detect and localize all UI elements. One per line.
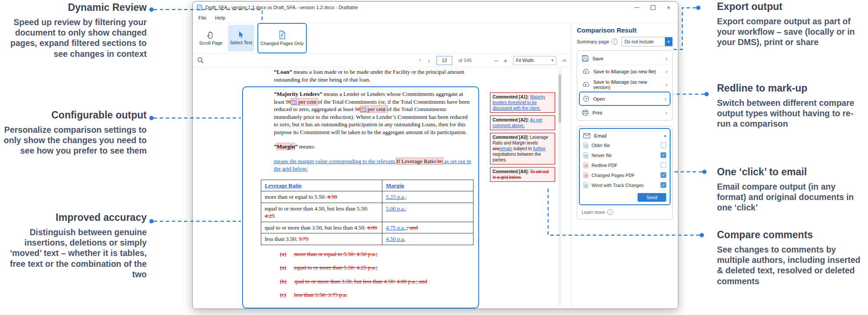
page-number-input[interactable] <box>437 56 452 65</box>
checkbox[interactable] <box>661 152 666 158</box>
paragraph-loan: “Loan” means a loan made or to be made u… <box>274 68 472 83</box>
select-text-label: Select Text <box>230 40 252 46</box>
paragraph-means: means the margin value corresponding to … <box>274 158 472 173</box>
checkbox[interactable] <box>661 182 666 188</box>
table-row: qual to or more than 3.50, but less than… <box>261 222 473 233</box>
annotation-body: Export compare output as part of your wo… <box>717 16 865 48</box>
page-canvas: Dynamic Review Speed up review by filter… <box>0 0 868 315</box>
chevron-right-icon: › <box>665 68 667 75</box>
previous-change-icon[interactable]: ↑ <box>418 57 421 64</box>
page-total-label: of 145 <box>458 58 472 63</box>
file-icon <box>583 142 589 148</box>
checkbox[interactable] <box>661 162 666 168</box>
comment-a3[interactable]: Commented [A3]: Leverage Ratio and Margi… <box>490 133 555 164</box>
info-icon: i <box>607 209 613 215</box>
checkbox[interactable] <box>661 142 666 148</box>
zoom-out-button[interactable]: − <box>494 57 498 64</box>
annotation-configurable-output: Configurable output Personalize comparis… <box>3 109 147 156</box>
app-window: Draft_SFA - version 1.1.docx vs Draft_SF… <box>192 1 678 309</box>
annotation-title: Compare comments <box>717 229 865 241</box>
save-imanage-new-version-button[interactable]: Save to iManage (as new version) › <box>579 78 671 91</box>
annotation-title: One ‘click’ to email <box>717 166 865 178</box>
zoom-in-button[interactable]: + <box>503 57 507 64</box>
deleted-list: (a) more than or equal to 5.50: 4.50 p.a… <box>274 250 472 299</box>
panel-title: Comparison Result <box>577 26 673 34</box>
next-change-icon[interactable]: ↓ <box>427 57 431 64</box>
window-controls: × <box>635 5 674 10</box>
changed-pages-only-label: Changed Pages Only <box>260 41 304 46</box>
pdf-file-icon <box>583 172 589 178</box>
document-column: Scroll Page Select Text Changed Pages On… <box>193 23 572 309</box>
scroll-page-label: Scroll Page <box>199 41 223 46</box>
email-header[interactable]: Email ▾ <box>583 131 666 140</box>
summary-page-label: Summary page <box>577 39 609 44</box>
printer-icon <box>582 110 589 116</box>
annotation-redline-to-markup: Redline to mark-up Switch between differ… <box>717 82 865 129</box>
send-button[interactable]: Send <box>638 193 666 202</box>
document-viewport[interactable]: “Loan” means a loan made or to be made u… <box>193 67 571 309</box>
annotation-improved-accuracy: Improved accuracy Distinguish between ge… <box>3 212 147 279</box>
changed-pages-only-button[interactable]: Changed Pages Only <box>257 23 307 53</box>
save-button[interactable]: Save › <box>579 52 671 65</box>
email-item-older-file[interactable]: Older file <box>583 140 666 150</box>
summary-page-value: Do not include <box>625 39 654 44</box>
chevron-right-icon: › <box>665 55 667 62</box>
deleted-line: (a) more than or equal to 5.50: 4.50 p.a… <box>274 250 472 258</box>
window-title: Draft_SFA - version 1.1.docx vs Draft_SF… <box>205 5 358 10</box>
table-row: more than or equal to 5.50: 4.50 5.25 p.… <box>261 191 473 203</box>
paragraph-majority: “Majority Lenders” means a Lender or Len… <box>274 90 472 136</box>
comment-a1[interactable]: Commented [A1]: Majority lenders thresho… <box>490 92 555 113</box>
email-label: Email <box>594 133 607 138</box>
main-toolbar: Scroll Page Select Text Changed Pages On… <box>193 23 571 53</box>
annotation-body: Email compare output (in any format) and… <box>717 181 865 213</box>
annotation-body: See changes to comments by multiple auth… <box>717 244 865 286</box>
email-item-changed-pages-pdf[interactable]: Changed Pages PDF <box>583 170 666 180</box>
chevron-down-icon: ▾ <box>665 37 672 46</box>
save-icon <box>582 55 589 62</box>
minimize-button[interactable] <box>635 7 639 8</box>
save-imanage-new-file-button[interactable]: Save to iManage (as new file) › <box>579 65 671 78</box>
comment-a4[interactable]: Commented [A4]: To set out in a grid bel… <box>490 167 555 182</box>
chevron-down-icon: ▾ <box>551 58 553 62</box>
scrollbar-thumb[interactable] <box>559 74 561 123</box>
deleted-line: (c) less than 3.50: 3.75 p.a. <box>274 291 472 299</box>
menu-file[interactable]: File <box>198 15 207 20</box>
email-item-redline-pdf[interactable]: Redline PDF <box>583 160 666 170</box>
open-button[interactable]: Open › <box>579 92 671 106</box>
checkbox[interactable] <box>661 172 666 178</box>
document-toolbar: ↑ ↓ of 145 − + Fit Width ▾ <box>193 53 571 67</box>
pdf-file-icon <box>583 162 589 168</box>
envelope-icon <box>583 133 590 138</box>
select-text-button[interactable]: Select Text <box>228 25 254 52</box>
close-button[interactable]: × <box>667 5 670 10</box>
maximize-button[interactable] <box>651 5 655 10</box>
title-bar[interactable]: Draft_SFA - version 1.1.docx vs Draft_SF… <box>193 2 678 13</box>
print-button[interactable]: Print › <box>579 106 671 119</box>
comment-a2[interactable]: Commented [A2]: As per comment above. <box>490 115 555 130</box>
deleted-line: (a) equal to or more than 5.50: 4.25 p.a… <box>274 264 472 272</box>
info-icon: i <box>612 39 618 45</box>
comparison-result-panel: Comparison Result Summary page i Do not … <box>572 23 678 309</box>
app-icon <box>197 4 202 10</box>
page-navigation: ↑ ↓ of 145 <box>418 56 472 65</box>
email-item-word-track-changes[interactable]: Word with Track Changes <box>583 180 666 190</box>
document-page: “Loan” means a loan made or to be made u… <box>274 68 472 305</box>
annotation-compare-comments: Compare comments See changes to comments… <box>717 229 865 286</box>
annotation-dynamic-review: Dynamic Review Speed up review by filter… <box>3 2 147 59</box>
annotation-body: Distinguish between genuine insertions, … <box>3 227 147 279</box>
search-icon[interactable] <box>197 57 204 64</box>
comments-column: Commented [A1]: Majority lenders thresho… <box>490 92 555 182</box>
collapse-toolbar-icon[interactable] <box>562 59 567 62</box>
table-row: less than 3.50: 3.75 4.50 p.a. <box>261 233 473 245</box>
learn-more-link[interactable]: Learn more i <box>579 205 671 217</box>
paragraph-margin: “Margin” means: <box>274 143 472 151</box>
connector-redline-markup <box>674 92 709 96</box>
summary-page-select[interactable]: Do not include ▾ <box>621 37 673 46</box>
email-item-newer-file[interactable]: Newer file <box>583 150 666 160</box>
menu-help[interactable]: Help <box>215 15 226 20</box>
document-scrollbar[interactable] <box>558 69 562 306</box>
scroll-page-button[interactable]: Scroll Page <box>197 25 225 52</box>
table-header-margin: Margin <box>382 180 473 191</box>
zoom-mode-select[interactable]: Fit Width ▾ <box>513 56 556 65</box>
table-header-row: Leverage Ratio Margin <box>261 180 473 191</box>
